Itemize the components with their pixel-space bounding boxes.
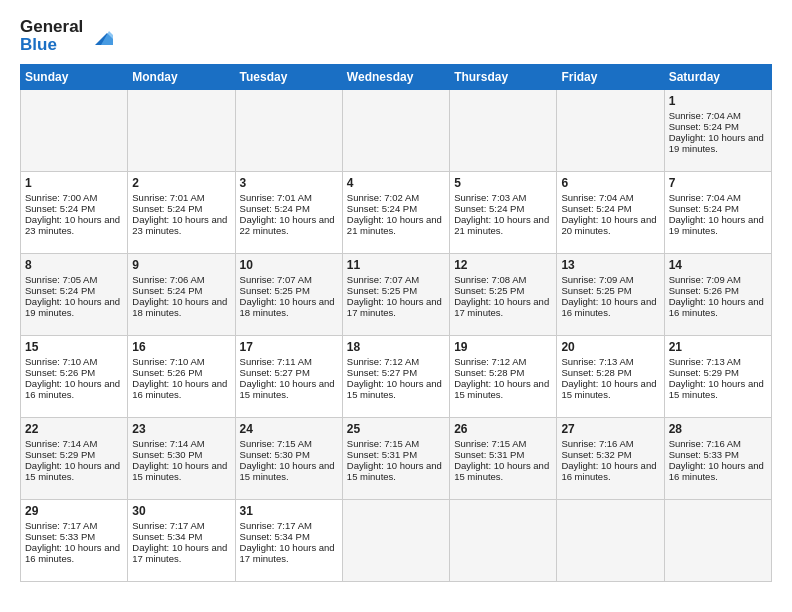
sunrise-text: Sunrise: 7:12 AM: [347, 356, 419, 367]
calendar-cell: 19Sunrise: 7:12 AMSunset: 5:28 PMDayligh…: [450, 335, 557, 417]
header: General Blue: [20, 18, 772, 54]
calendar-cell: [557, 499, 664, 581]
sunset-text: Sunset: 5:25 PM: [240, 285, 310, 296]
calendar-cell: 5Sunrise: 7:03 AMSunset: 5:24 PMDaylight…: [450, 171, 557, 253]
sunrise-text: Sunrise: 7:04 AM: [669, 110, 741, 121]
sunrise-text: Sunrise: 7:16 AM: [669, 438, 741, 449]
sunrise-text: Sunrise: 7:10 AM: [132, 356, 204, 367]
sunset-text: Sunset: 5:24 PM: [25, 285, 95, 296]
daylight-label: Daylight: 10 hours and 15 minutes.: [454, 460, 549, 482]
sunset-text: Sunset: 5:27 PM: [240, 367, 310, 378]
daylight-label: Daylight: 10 hours and 16 minutes.: [561, 460, 656, 482]
day-number: 10: [240, 258, 338, 272]
calendar-cell: 1Sunrise: 7:00 AMSunset: 5:24 PMDaylight…: [21, 171, 128, 253]
sunrise-text: Sunrise: 7:00 AM: [25, 192, 97, 203]
day-number: 27: [561, 422, 659, 436]
daylight-label: Daylight: 10 hours and 16 minutes.: [561, 296, 656, 318]
day-number: 1: [669, 94, 767, 108]
daylight-label: Daylight: 10 hours and 16 minutes.: [25, 378, 120, 400]
sunset-text: Sunset: 5:26 PM: [25, 367, 95, 378]
calendar-cell: [128, 89, 235, 171]
logo-blue: Blue: [20, 36, 83, 54]
sunset-text: Sunset: 5:29 PM: [669, 367, 739, 378]
day-number: 23: [132, 422, 230, 436]
sunset-text: Sunset: 5:29 PM: [25, 449, 95, 460]
calendar-cell: [235, 89, 342, 171]
sunrise-text: Sunrise: 7:14 AM: [132, 438, 204, 449]
day-number: 16: [132, 340, 230, 354]
day-number: 11: [347, 258, 445, 272]
calendar-cell: [342, 89, 449, 171]
daylight-label: Daylight: 10 hours and 15 minutes.: [454, 378, 549, 400]
calendar-cell: 21Sunrise: 7:13 AMSunset: 5:29 PMDayligh…: [664, 335, 771, 417]
daylight-label: Daylight: 10 hours and 19 minutes.: [669, 132, 764, 154]
sunrise-text: Sunrise: 7:17 AM: [240, 520, 312, 531]
day-number: 20: [561, 340, 659, 354]
daylight-label: Daylight: 10 hours and 18 minutes.: [132, 296, 227, 318]
daylight-label: Daylight: 10 hours and 16 minutes.: [25, 542, 120, 564]
calendar-cell: 20Sunrise: 7:13 AMSunset: 5:28 PMDayligh…: [557, 335, 664, 417]
daylight-label: Daylight: 10 hours and 16 minutes.: [669, 460, 764, 482]
sunrise-text: Sunrise: 7:15 AM: [454, 438, 526, 449]
sunrise-text: Sunrise: 7:07 AM: [240, 274, 312, 285]
day-number: 29: [25, 504, 123, 518]
sunrise-text: Sunrise: 7:04 AM: [669, 192, 741, 203]
calendar-week-row: 1Sunrise: 7:04 AMSunset: 5:24 PMDaylight…: [21, 89, 772, 171]
calendar-cell: 30Sunrise: 7:17 AMSunset: 5:34 PMDayligh…: [128, 499, 235, 581]
calendar-cell: 27Sunrise: 7:16 AMSunset: 5:32 PMDayligh…: [557, 417, 664, 499]
logo-icon: [87, 23, 113, 49]
sunrise-text: Sunrise: 7:07 AM: [347, 274, 419, 285]
sunset-text: Sunset: 5:24 PM: [561, 203, 631, 214]
day-number: 3: [240, 176, 338, 190]
calendar-cell: 11Sunrise: 7:07 AMSunset: 5:25 PMDayligh…: [342, 253, 449, 335]
calendar-cell: [21, 89, 128, 171]
day-number: 19: [454, 340, 552, 354]
daylight-label: Daylight: 10 hours and 20 minutes.: [561, 214, 656, 236]
calendar-week-row: 22Sunrise: 7:14 AMSunset: 5:29 PMDayligh…: [21, 417, 772, 499]
daylight-label: Daylight: 10 hours and 16 minutes.: [132, 378, 227, 400]
calendar-cell: 10Sunrise: 7:07 AMSunset: 5:25 PMDayligh…: [235, 253, 342, 335]
sunset-text: Sunset: 5:25 PM: [454, 285, 524, 296]
sunrise-text: Sunrise: 7:02 AM: [347, 192, 419, 203]
sunset-text: Sunset: 5:24 PM: [669, 203, 739, 214]
sunrise-text: Sunrise: 7:11 AM: [240, 356, 312, 367]
day-number: 17: [240, 340, 338, 354]
calendar-cell: 16Sunrise: 7:10 AMSunset: 5:26 PMDayligh…: [128, 335, 235, 417]
day-number: 12: [454, 258, 552, 272]
daylight-label: Daylight: 10 hours and 23 minutes.: [132, 214, 227, 236]
sunrise-text: Sunrise: 7:01 AM: [240, 192, 312, 203]
calendar-page: General Blue SundayMondayTuesdayWednesda…: [0, 0, 792, 612]
calendar-cell: 1Sunrise: 7:04 AMSunset: 5:24 PMDaylight…: [664, 89, 771, 171]
calendar-week-row: 29Sunrise: 7:17 AMSunset: 5:33 PMDayligh…: [21, 499, 772, 581]
day-number: 14: [669, 258, 767, 272]
day-number: 28: [669, 422, 767, 436]
calendar-cell: 17Sunrise: 7:11 AMSunset: 5:27 PMDayligh…: [235, 335, 342, 417]
calendar-cell: 25Sunrise: 7:15 AMSunset: 5:31 PMDayligh…: [342, 417, 449, 499]
day-number: 4: [347, 176, 445, 190]
daylight-label: Daylight: 10 hours and 15 minutes.: [347, 378, 442, 400]
calendar-week-row: 15Sunrise: 7:10 AMSunset: 5:26 PMDayligh…: [21, 335, 772, 417]
daylight-label: Daylight: 10 hours and 15 minutes.: [669, 378, 764, 400]
column-header-wednesday: Wednesday: [342, 64, 449, 89]
calendar-header-row: SundayMondayTuesdayWednesdayThursdayFrid…: [21, 64, 772, 89]
sunset-text: Sunset: 5:24 PM: [132, 285, 202, 296]
sunrise-text: Sunrise: 7:01 AM: [132, 192, 204, 203]
day-number: 6: [561, 176, 659, 190]
day-number: 7: [669, 176, 767, 190]
calendar-week-row: 8Sunrise: 7:05 AMSunset: 5:24 PMDaylight…: [21, 253, 772, 335]
sunset-text: Sunset: 5:26 PM: [669, 285, 739, 296]
sunrise-text: Sunrise: 7:03 AM: [454, 192, 526, 203]
calendar-cell: 18Sunrise: 7:12 AMSunset: 5:27 PMDayligh…: [342, 335, 449, 417]
day-number: 21: [669, 340, 767, 354]
sunset-text: Sunset: 5:31 PM: [454, 449, 524, 460]
sunset-text: Sunset: 5:34 PM: [132, 531, 202, 542]
column-header-tuesday: Tuesday: [235, 64, 342, 89]
day-number: 30: [132, 504, 230, 518]
sunset-text: Sunset: 5:24 PM: [669, 121, 739, 132]
sunrise-text: Sunrise: 7:17 AM: [132, 520, 204, 531]
daylight-label: Daylight: 10 hours and 17 minutes.: [132, 542, 227, 564]
daylight-label: Daylight: 10 hours and 22 minutes.: [240, 214, 335, 236]
calendar-cell: [450, 499, 557, 581]
sunset-text: Sunset: 5:26 PM: [132, 367, 202, 378]
sunrise-text: Sunrise: 7:10 AM: [25, 356, 97, 367]
